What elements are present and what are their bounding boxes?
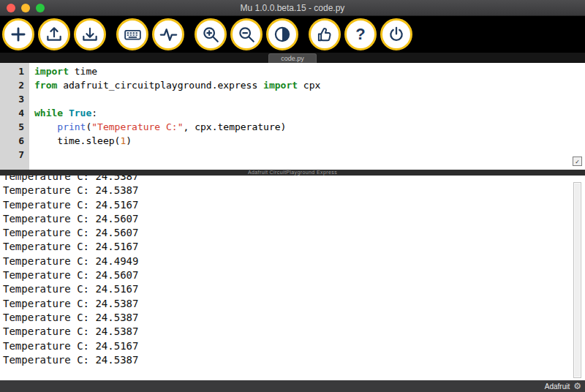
serial-scrollbar-thumb[interactable] (575, 184, 580, 377)
code-line (34, 92, 585, 106)
code-line: print("Temperature C:", cpx.temperature) (34, 120, 585, 134)
code-token: : (91, 108, 97, 118)
plotter-button[interactable] (152, 18, 184, 50)
code-line: import time (34, 64, 585, 78)
line-number: 2 (0, 78, 24, 92)
save-button[interactable] (74, 18, 106, 50)
line-number: 7 (0, 148, 24, 162)
code-token: import (34, 66, 69, 77)
thumbs-up-icon (315, 25, 334, 44)
editor-scroll-indicator[interactable]: ✓ (573, 157, 582, 166)
code-token: while (34, 108, 63, 118)
toolbar: ? (0, 16, 585, 53)
device-status-label: Adafruit (545, 382, 570, 391)
serial-line: Temperature C: 24.5607 (3, 226, 585, 240)
serial-line: Temperature C: 24.5607 (3, 268, 585, 282)
line-number: 5 (0, 120, 24, 134)
serial-line: Temperature C: 24.5167 (3, 339, 585, 353)
code-token: ) (126, 135, 132, 146)
splitter-label: Adafruit CircuitPlayground Express (248, 170, 337, 176)
power-icon (387, 25, 406, 44)
magnifier-minus-icon (237, 25, 256, 44)
code-token: print (57, 121, 86, 132)
upload-arrow-icon (45, 25, 64, 44)
new-button[interactable] (2, 18, 34, 50)
serial-line: Temperature C: 24.5607 (3, 212, 585, 226)
tab-bar: code.py (0, 53, 585, 63)
serial-line: Temperature C: 24.5167 (3, 240, 585, 254)
zoom-in-button[interactable] (195, 18, 227, 50)
status-bar: Adafruit ⚙ (0, 380, 585, 392)
tab-code-py[interactable]: code.py (268, 53, 317, 63)
check-button[interactable] (309, 18, 341, 50)
code-line: from adafruit_circuitplayground.express … (34, 78, 585, 92)
serial-line: Temperature C: 24.5387 (3, 353, 585, 367)
code-line: while True: (34, 106, 585, 120)
serial-scrollbar[interactable] (573, 182, 581, 378)
repl-button[interactable] (116, 18, 148, 50)
pulse-icon (159, 25, 178, 45)
titlebar: Mu 1.0.0.beta.15 - code.py (0, 0, 585, 16)
close-button[interactable] (7, 4, 15, 12)
contrast-icon (273, 25, 292, 44)
question-mark-icon: ? (355, 26, 365, 42)
keyboard-icon (123, 25, 143, 45)
code-line (34, 148, 585, 162)
pane-splitter[interactable]: Adafruit CircuitPlayground Express (0, 170, 585, 176)
serial-line: Temperature C: 24.5387 (3, 311, 585, 325)
serial-line: Temperature C: 24.5387 (3, 184, 585, 197)
code-token: import (263, 80, 298, 91)
line-number: 1 (0, 64, 24, 78)
code-token (34, 121, 57, 132)
serial-line: Temperature C: 24.4949 (3, 255, 585, 268)
code-editor[interactable]: 1234567 import timefrom adafruit_circuit… (0, 63, 585, 170)
minimize-button[interactable] (21, 4, 30, 12)
code-token: adafruit_circuitplayground.express (57, 80, 263, 91)
plus-icon (9, 25, 28, 44)
load-button[interactable] (38, 18, 70, 50)
quit-button[interactable] (380, 18, 412, 50)
window-title: Mu 1.0.0.beta.15 - code.py (0, 3, 585, 13)
serial-line: Temperature C: 24.5387 (3, 297, 585, 311)
code-token: time (69, 66, 97, 77)
zoom-out-button[interactable] (230, 18, 263, 50)
code-token (63, 108, 69, 118)
settings-gear-icon[interactable]: ⚙ (573, 382, 581, 391)
code-token: "Temperature C:" (91, 121, 183, 132)
code-token: , cpx.temperature) (184, 121, 287, 132)
serial-line: Temperature C: 24.5387 (3, 325, 585, 339)
magnifier-plus-icon (201, 25, 220, 44)
serial-line: Temperature C: 24.5387 (3, 176, 585, 184)
theme-button[interactable] (266, 18, 298, 50)
code-token: True (69, 108, 91, 118)
code-token: cpx (298, 80, 320, 91)
serial-output: Temperature C: 24.5387Temperature C: 24.… (0, 176, 585, 367)
help-button[interactable]: ? (344, 18, 377, 50)
zoom-window-button[interactable] (36, 4, 45, 12)
line-number: 4 (0, 106, 24, 120)
line-number: 6 (0, 134, 24, 148)
download-arrow-icon (80, 25, 99, 44)
mu-editor-window: Mu 1.0.0.beta.15 - code.py (0, 0, 585, 392)
code-token: time.sleep( (34, 135, 120, 146)
serial-line: Temperature C: 24.5167 (3, 282, 585, 296)
code-token: from (34, 80, 57, 91)
line-number: 3 (0, 92, 24, 106)
serial-console[interactable]: Temperature C: 24.5387Temperature C: 24.… (0, 176, 585, 380)
code-line: time.sleep(1) (34, 134, 585, 148)
code-area[interactable]: import timefrom adafruit_circuitplaygrou… (29, 63, 585, 170)
serial-line: Temperature C: 24.5167 (3, 198, 585, 212)
traffic-lights (7, 4, 45, 12)
editor-gutter: 1234567 (0, 63, 29, 170)
